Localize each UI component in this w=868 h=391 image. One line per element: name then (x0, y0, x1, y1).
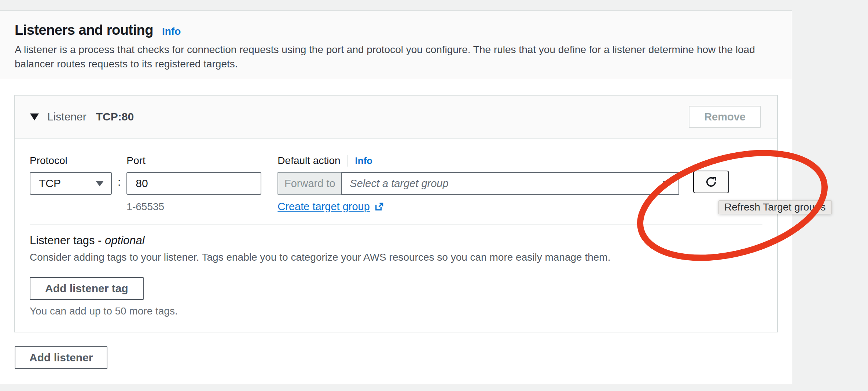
create-target-group-label: Create target group (277, 201, 369, 213)
listener-protocol-port: TCP:80 (96, 111, 134, 123)
target-group-select[interactable]: Select a target group (341, 172, 679, 195)
tags-heading-text: Listener tags (30, 234, 95, 247)
listener-controls-row: Protocol TCP : Port (30, 155, 762, 213)
default-action-field: Default action Info Forward to Select a … (277, 155, 679, 213)
section-header: Listeners and routing Info A listener is… (0, 11, 792, 79)
port-range-hint: 1-65535 (126, 201, 261, 213)
collapse-triangle-icon[interactable] (30, 113, 39, 120)
listener-tags-heading: Listener tags - optional (30, 234, 762, 247)
listener-panel-header: Listener TCP:80 Remove (15, 96, 777, 139)
refresh-icon (705, 175, 718, 189)
listener-tags-description: Consider adding tags to your listener. T… (30, 252, 762, 263)
port-separator-col: : (118, 155, 121, 193)
forward-to-control: Forward to Select a target group (277, 172, 679, 195)
section-info-link[interactable]: Info (162, 26, 181, 37)
port-input[interactable] (126, 172, 261, 195)
forward-to-prefix: Forward to (277, 172, 342, 195)
target-group-placeholder: Select a target group (350, 178, 448, 190)
port-separator: : (118, 176, 121, 188)
remove-button[interactable]: Remove (689, 106, 761, 128)
section-divider (30, 224, 762, 225)
protocol-field: Protocol TCP (30, 155, 112, 195)
listeners-and-routing-card: Listeners and routing Info A listener is… (0, 10, 792, 384)
section-description: A listener is a process that checks for … (15, 42, 769, 71)
listener-label: Listener (47, 111, 87, 123)
caret-down-icon (96, 181, 104, 186)
protocol-label: Protocol (30, 155, 112, 167)
title-row: Listeners and routing Info (15, 22, 777, 38)
card-body: Listener TCP:80 Remove Protocol TCP (0, 79, 792, 369)
create-link-row: Create target group (277, 201, 679, 213)
add-listener-tag-button[interactable]: Add listener tag (30, 277, 144, 300)
default-action-label-row: Default action Info (277, 155, 679, 167)
add-listener-button[interactable]: Add listener (15, 346, 107, 369)
tags-limit-note: You can add up to 50 more tags. (30, 305, 762, 317)
listener-panel: Listener TCP:80 Remove Protocol TCP (14, 95, 778, 332)
refresh-target-groups-button[interactable] (693, 171, 729, 193)
listener-panel-body: Protocol TCP : Port (15, 139, 777, 332)
default-action-info-link[interactable]: Info (355, 155, 373, 167)
protocol-value: TCP (39, 177, 61, 190)
caret-down-icon (662, 181, 670, 186)
external-link-icon (374, 201, 385, 212)
protocol-select[interactable]: TCP (30, 172, 112, 195)
page-title: Listeners and routing (15, 22, 153, 38)
default-action-label: Default action (277, 155, 340, 167)
refresh-tooltip: Refresh Target groups (718, 200, 832, 214)
label-divider (347, 155, 348, 167)
tags-optional-label: optional (105, 234, 145, 247)
page: Listeners and routing Info A listener is… (0, 0, 868, 391)
tags-heading-separator: - (95, 234, 105, 247)
port-field: Port 1-65535 (126, 155, 261, 213)
create-target-group-link[interactable]: Create target group (277, 201, 384, 213)
port-label: Port (126, 155, 261, 167)
